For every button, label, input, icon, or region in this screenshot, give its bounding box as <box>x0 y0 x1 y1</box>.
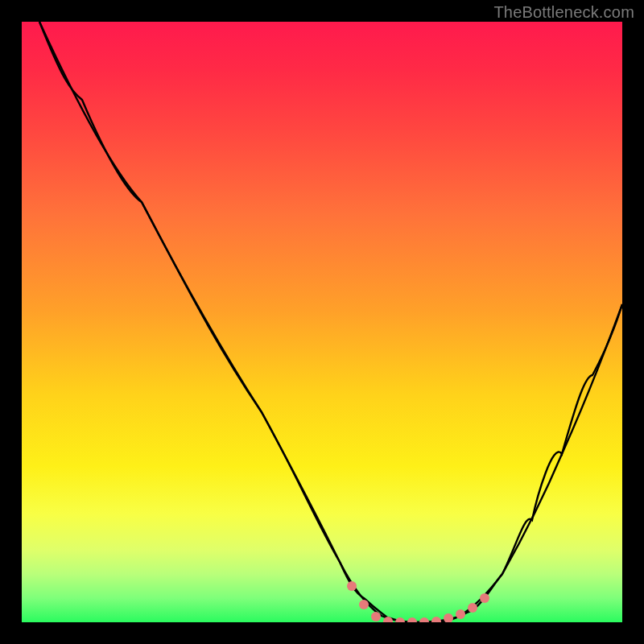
svg-point-8 <box>444 613 453 622</box>
svg-point-7 <box>431 617 441 622</box>
svg-point-1 <box>359 600 369 609</box>
svg-point-2 <box>371 612 381 621</box>
svg-point-5 <box>407 617 417 622</box>
bottleneck-curve <box>39 22 622 622</box>
svg-point-10 <box>468 603 477 613</box>
svg-point-0 <box>347 581 357 591</box>
svg-point-11 <box>480 593 489 603</box>
chart-stage: TheBottleneck.com <box>0 0 644 644</box>
bottleneck-curve-clean <box>39 22 622 622</box>
svg-point-9 <box>456 609 465 619</box>
svg-point-4 <box>395 617 405 622</box>
svg-point-6 <box>419 617 429 622</box>
curve-svg <box>22 22 622 622</box>
attribution-label: TheBottleneck.com <box>493 3 634 22</box>
plot-area <box>22 22 622 622</box>
